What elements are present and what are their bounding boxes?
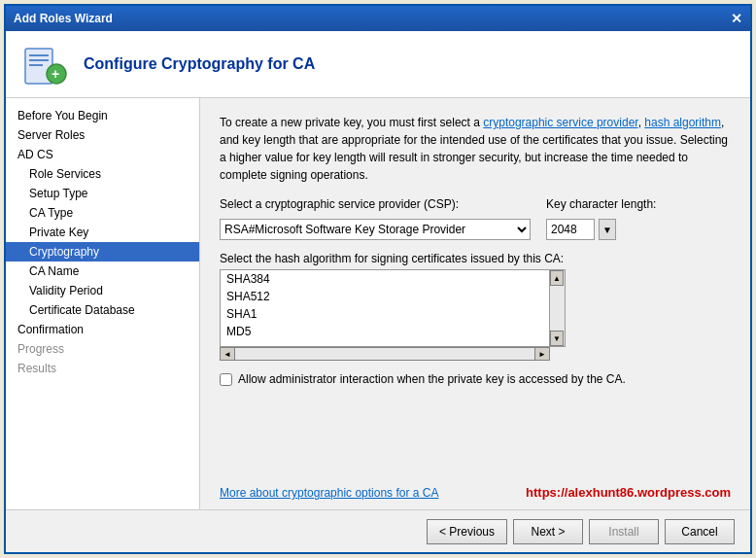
previous-button[interactable]: < Previous <box>427 519 507 544</box>
wizard-icon: + <box>21 41 68 87</box>
hash-item-sha1[interactable]: SHA1 <box>221 305 549 323</box>
key-length-wrap: ▼ <box>546 219 656 240</box>
csp-row: Select a cryptographic service provider … <box>220 197 731 240</box>
sidebar-item-ad-cs[interactable]: AD CS <box>6 145 199 164</box>
sidebar-item-cryptography[interactable]: Cryptography <box>6 242 199 262</box>
csp-label: Select a cryptographic service provider … <box>220 197 531 211</box>
csp-select-wrap: RSA#Microsoft Software Key Storage Provi… <box>220 219 531 240</box>
hash-item-md5[interactable]: MD5 <box>221 323 549 340</box>
footer: < Previous Next > Install Cancel <box>6 509 750 552</box>
install-button[interactable]: Install <box>589 519 659 544</box>
add-roles-dialog: Add Roles Wizard ✕ + Configure Cryptogra… <box>4 4 752 554</box>
description: To create a new private key, you must fi… <box>220 114 731 184</box>
admin-interaction-label: Allow administrator interaction when the… <box>238 372 626 386</box>
sidebar-item-server-roles[interactable]: Server Roles <box>6 125 199 145</box>
scroll-up-btn[interactable]: ▲ <box>550 270 564 286</box>
hash-listbox[interactable]: SHA384 SHA512 SHA1 MD5 <box>220 269 550 347</box>
hash-section: Select the hash algorithm for signing ce… <box>220 252 731 361</box>
csp-link[interactable]: cryptographic service provider <box>483 116 637 129</box>
hash-scrollbar-v[interactable]: ▲ ▼ <box>550 269 566 347</box>
key-length-label: Key character length: <box>546 197 656 211</box>
scroll-track <box>550 286 564 331</box>
sidebar-item-results: Results <box>6 359 199 378</box>
svg-rect-3 <box>29 64 43 66</box>
csp-select[interactable]: RSA#Microsoft Software Key Storage Provi… <box>220 219 531 240</box>
scroll-down-btn[interactable]: ▼ <box>550 331 564 346</box>
hscroll-track[interactable] <box>235 347 534 361</box>
more-link[interactable]: More about cryptographic options for a C… <box>220 486 438 500</box>
key-length-input[interactable] <box>546 219 595 240</box>
cancel-button[interactable]: Cancel <box>665 519 735 544</box>
watermark: https://alexhunt86.wordpress.com <box>526 485 731 500</box>
csp-col: Select a cryptographic service provider … <box>220 197 531 240</box>
hash-item-sha384[interactable]: SHA384 <box>221 270 549 288</box>
sidebar-item-certificate-database[interactable]: Certificate Database <box>6 300 199 320</box>
header-area: + Configure Cryptography for CA <box>6 31 750 98</box>
sidebar-item-confirmation[interactable]: Confirmation <box>6 320 199 339</box>
main-content: To create a new private key, you must fi… <box>200 98 750 509</box>
hash-scrollbar-h: ◄ ► <box>220 347 550 361</box>
sidebar-item-before-you-begin[interactable]: Before You Begin <box>6 106 199 125</box>
admin-interaction-checkbox[interactable] <box>220 373 232 386</box>
hash-list-inner: SHA384 SHA512 SHA1 MD5 ▲ ▼ <box>220 269 731 347</box>
title-bar-left: Add Roles Wizard <box>14 12 113 25</box>
svg-rect-1 <box>29 54 49 56</box>
sidebar-item-ca-name[interactable]: CA Name <box>6 262 199 281</box>
csp-section: Select a cryptographic service provider … <box>220 197 731 240</box>
svg-text:+: + <box>52 66 59 82</box>
hash-label: Select the hash algorithm for signing ce… <box>220 252 731 265</box>
sidebar-item-role-services[interactable]: Role Services <box>6 164 199 184</box>
next-button[interactable]: Next > <box>513 519 583 544</box>
sidebar: Before You Begin Server Roles AD CS Role… <box>6 98 200 509</box>
hash-item-sha512[interactable]: SHA512 <box>221 288 549 305</box>
dialog-title: Add Roles Wizard <box>14 12 113 25</box>
checkbox-row: Allow administrator interaction when the… <box>220 372 731 386</box>
title-bar: Add Roles Wizard ✕ <box>6 6 750 31</box>
page-title: Configure Cryptography for CA <box>84 55 315 73</box>
svg-rect-2 <box>29 59 49 61</box>
close-button[interactable]: ✕ <box>731 11 742 26</box>
scroll-right-btn[interactable]: ► <box>534 347 550 361</box>
key-length-col: Key character length: ▼ <box>546 197 656 240</box>
sidebar-item-private-key[interactable]: Private Key <box>6 223 199 242</box>
sidebar-item-setup-type[interactable]: Setup Type <box>6 184 199 203</box>
hash-link[interactable]: hash algorithm <box>644 116 721 129</box>
sidebar-item-progress: Progress <box>6 339 199 359</box>
key-length-dropdown-btn[interactable]: ▼ <box>599 219 616 240</box>
scroll-left-btn[interactable]: ◄ <box>220 347 235 361</box>
sidebar-item-validity-period[interactable]: Validity Period <box>6 281 199 300</box>
sidebar-item-ca-type[interactable]: CA Type <box>6 203 199 223</box>
content-area: Before You Begin Server Roles AD CS Role… <box>6 98 750 509</box>
